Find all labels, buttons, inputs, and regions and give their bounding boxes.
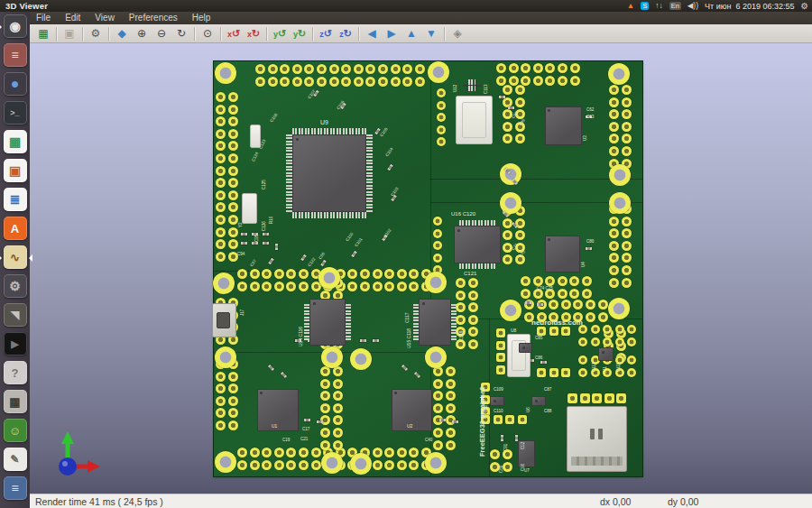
mount-hole xyxy=(425,452,447,474)
launcher-libreoffice-impress-icon: ▣ xyxy=(9,164,21,177)
rotate-x-pos-button[interactable]: x↺ xyxy=(224,25,244,42)
launcher-kicad-eeschema[interactable]: ∿ xyxy=(4,245,27,269)
launcher-vector-tool[interactable]: ▶ xyxy=(4,332,27,356)
pad xyxy=(320,391,330,401)
zoom-out-button[interactable]: ⊖ xyxy=(152,25,171,42)
render-options-button[interactable]: ⚙ xyxy=(86,25,106,42)
pad xyxy=(609,228,619,238)
pad xyxy=(250,282,260,291)
chip-body xyxy=(531,396,546,406)
viewport-3d[interactable]: U9U12C113U16 C120C121U14 C116C117U15 C11… xyxy=(30,43,812,494)
launcher-libreoffice-writer[interactable]: ≣ xyxy=(4,188,27,211)
rotate-y-pos-button[interactable]: y↺ xyxy=(270,25,290,42)
capacitor xyxy=(281,372,287,378)
launcher-font-manager[interactable]: A xyxy=(4,217,27,240)
pad xyxy=(391,77,401,87)
pad xyxy=(622,122,632,132)
keyboard-layout-indicator[interactable]: En xyxy=(669,2,681,10)
menu-edit[interactable]: Edit xyxy=(58,12,88,24)
pad xyxy=(582,289,592,299)
launcher-monkey-app[interactable]: ☺ xyxy=(4,419,27,442)
launcher-libreoffice-calc[interactable]: ▦ xyxy=(4,130,27,153)
pad xyxy=(228,383,238,393)
pad xyxy=(578,337,587,346)
pad xyxy=(228,215,238,225)
silkscreen-label: U8 xyxy=(511,328,516,333)
pad xyxy=(216,166,226,176)
launcher-calculator[interactable]: ▦ xyxy=(4,390,27,413)
pad xyxy=(603,337,612,346)
session-gear-icon[interactable]: ⚙ xyxy=(800,1,808,11)
pad xyxy=(360,282,370,291)
pad xyxy=(609,122,619,132)
pad xyxy=(622,109,632,119)
pad xyxy=(604,393,614,403)
launcher-app-stack-icon: ≡ xyxy=(11,482,18,494)
volume-tray-icon[interactable]: ◀)) xyxy=(687,0,698,12)
pad xyxy=(533,76,543,86)
pad xyxy=(609,217,619,226)
pan-left-button[interactable]: ◀ xyxy=(362,25,382,42)
pad xyxy=(433,428,443,438)
rotate-z-pos-button[interactable]: z↺ xyxy=(316,25,336,42)
pad xyxy=(286,282,296,291)
silkscreen-label: U1 xyxy=(272,424,277,429)
pad xyxy=(237,282,247,291)
pan-up-button[interactable]: ▲ xyxy=(401,25,421,42)
reload-board-button[interactable]: ▦ xyxy=(33,25,53,42)
launcher-notes[interactable]: ✎ xyxy=(4,448,27,471)
menu-file[interactable]: File xyxy=(30,12,58,24)
silkscreen-label: C126 xyxy=(263,221,267,231)
rotate-x-neg-button[interactable]: x↻ xyxy=(244,25,263,42)
zoom-fit-button[interactable]: ◆ xyxy=(112,25,132,42)
rotate-y-neg-button[interactable]: y↻ xyxy=(290,25,309,42)
pad xyxy=(409,448,419,457)
launcher-3d-viewer[interactable]: ◉ xyxy=(4,14,27,38)
capacitor xyxy=(275,244,278,250)
menu-view[interactable]: View xyxy=(88,12,122,24)
status-bar: Render time 41 ms ( 24,5 fps ) dx 0,00 d… xyxy=(30,494,812,508)
silkscreen-label: C17 xyxy=(302,428,309,432)
pad xyxy=(228,396,238,406)
rotate-z-neg-button[interactable]: z↻ xyxy=(336,25,355,42)
launcher-photo-tool[interactable]: ◥ xyxy=(4,303,27,327)
pad xyxy=(228,372,238,382)
running-indicator xyxy=(0,254,2,262)
pad xyxy=(578,368,587,377)
pad xyxy=(609,265,619,275)
toolbar-separator xyxy=(444,27,445,41)
launcher-terminal[interactable]: >_ xyxy=(4,101,27,125)
copy-image-button[interactable]: ▣ xyxy=(60,25,79,42)
launcher-libreoffice-impress[interactable]: ▣ xyxy=(4,159,27,182)
zoom-redraw-button[interactable]: ⊙ xyxy=(198,25,217,42)
clock[interactable]: Чт июн 6 2019 06:32:55 xyxy=(705,2,794,11)
pad xyxy=(496,365,505,374)
launcher-archive-manager[interactable]: ≡ xyxy=(4,43,27,67)
launcher-kicad-pcbnew[interactable]: ⚙ xyxy=(4,274,27,298)
ortho-view-button[interactable]: ◈ xyxy=(448,25,467,42)
pad xyxy=(216,105,226,115)
skype-tray-icon[interactable]: S xyxy=(641,2,649,10)
pad xyxy=(609,134,619,143)
vlc-tray-icon[interactable]: ▲ xyxy=(627,0,634,12)
launcher-app-stack[interactable]: ≡ xyxy=(4,476,27,500)
redraw-button[interactable]: ↻ xyxy=(171,25,191,42)
launcher-chromium[interactable]: ● xyxy=(4,72,27,96)
capacitor xyxy=(414,372,420,378)
pad xyxy=(549,368,558,377)
network-tray-icon[interactable]: ↑↓ xyxy=(655,0,663,12)
pad xyxy=(228,252,238,262)
zoom-in-button[interactable]: ⊕ xyxy=(132,25,152,42)
chip-body xyxy=(454,226,501,263)
menu-help[interactable]: Help xyxy=(185,12,218,24)
pad xyxy=(216,202,226,212)
menu-preferences[interactable]: Preferences xyxy=(122,12,185,24)
pad xyxy=(320,428,330,438)
pan-down-button[interactable]: ▼ xyxy=(421,25,441,42)
pan-right-button[interactable]: ▶ xyxy=(382,25,401,42)
pad xyxy=(286,460,296,470)
pad xyxy=(609,278,619,288)
pad xyxy=(615,325,624,334)
pad xyxy=(433,379,443,389)
launcher-help[interactable]: ? xyxy=(4,361,27,384)
